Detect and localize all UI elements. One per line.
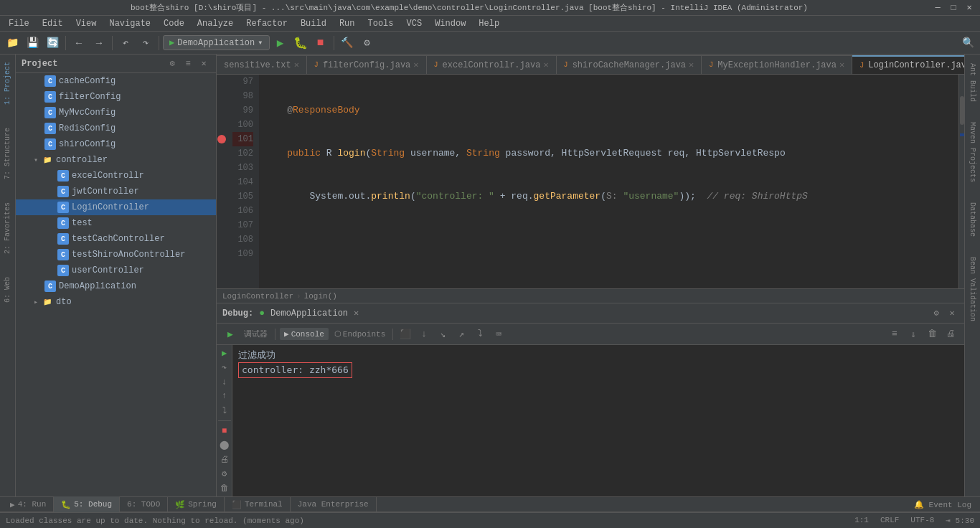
debugger-tab[interactable]: 调试器 (241, 329, 270, 339)
sidebar-item-testshiroanocontroller[interactable]: C testShiroAnoController (16, 247, 216, 263)
menu-file[interactable]: File (3, 17, 35, 30)
expand-icon[interactable]: ≡ (182, 57, 194, 70)
menu-vcs[interactable]: VCS (401, 17, 428, 30)
step-over-button[interactable]: ↓ (416, 326, 432, 342)
menu-view[interactable]: View (70, 17, 103, 30)
bottom-tab-spring[interactable]: 🌿 Spring (168, 496, 225, 512)
menu-edit[interactable]: Edit (37, 17, 69, 30)
close-debug-icon[interactable]: ✕ (946, 307, 958, 320)
editor-scrollbar[interactable] (958, 75, 964, 288)
close-tab-icon[interactable]: ✕ (294, 60, 299, 70)
indent[interactable]: ⇥ 5:30 (946, 516, 974, 525)
bottom-tab-java-enterprise[interactable]: Java Enterprise (291, 496, 377, 512)
ant-build-button[interactable]: Ant Build (967, 57, 978, 108)
bean-validation-button[interactable]: Bean Validation (967, 251, 978, 327)
close-tab-icon[interactable]: ✕ (543, 60, 548, 70)
breakpoint-101[interactable] (217, 132, 227, 146)
sidebar-item-cacheconfig[interactable]: C cacheConfig (16, 73, 216, 89)
run-to-cursor-button[interactable]: ⤵ (472, 326, 488, 342)
undo-button[interactable]: ↶ (116, 34, 135, 52)
menu-navigate[interactable]: Navigate (103, 17, 156, 30)
tab-excelcontrollr[interactable]: J excelControllr.java ✕ (427, 55, 557, 74)
settings-button[interactable]: ⚙ (358, 34, 377, 52)
resume-button[interactable]: ▶ (222, 326, 238, 342)
tab-shirocachemanager[interactable]: J shiroCacheManager.java ✕ (557, 55, 702, 74)
endpoints-tab[interactable]: ⬡ Endpoints (331, 329, 388, 339)
menu-build[interactable]: Build (295, 17, 332, 30)
remove-side-button[interactable]: 🗑 (218, 482, 231, 494)
maximize-button[interactable]: □ (948, 3, 958, 13)
sidebar-item-demoapplication[interactable]: C DemoApplication (16, 278, 216, 294)
scroll-to-end-button[interactable]: ⇓ (905, 326, 921, 342)
run-button[interactable]: ▶ (271, 34, 290, 52)
menu-help[interactable]: Help (473, 17, 505, 30)
sidebar-item-filterconfig[interactable]: C filterConfig (16, 89, 216, 105)
close-sidebar-icon[interactable]: ✕ (197, 57, 210, 70)
resume-side-button[interactable]: ▶ (218, 348, 231, 359)
project-tool-window-button[interactable]: 1: Project (2, 57, 13, 109)
sidebar-item-testcachcontroller[interactable]: C testCachController (16, 231, 216, 247)
sidebar-item-shiroconfig[interactable]: C shiroConfig (16, 136, 216, 152)
menu-refactor[interactable]: Refactor (240, 17, 293, 30)
menu-analyze[interactable]: Analyze (192, 17, 239, 30)
tab-sensitive-txt[interactable]: sensitive.txt ✕ (217, 55, 307, 74)
close-debug-tab-icon[interactable]: ✕ (354, 308, 359, 319)
run-config-selector[interactable]: ▶ DemoApplication ▾ (163, 35, 270, 50)
console-tab[interactable]: ▶ Console (280, 328, 329, 340)
clear-console-button[interactable]: 🗑 (924, 326, 940, 342)
step-out-button[interactable]: ↗ (453, 326, 469, 342)
bottom-tab-run[interactable]: ▶ 4: Run (3, 496, 54, 512)
close-tab-icon[interactable]: ✕ (839, 60, 844, 70)
sidebar-item-dto-folder[interactable]: ▸ 📁 dto (16, 294, 216, 310)
stop-process-button[interactable]: ⬛ (397, 326, 413, 342)
evaluate-button[interactable]: ⌨ (491, 326, 507, 342)
close-tab-icon[interactable]: ✕ (689, 60, 694, 70)
database-button[interactable]: Database (967, 197, 978, 242)
sidebar-item-usercontroller[interactable]: C userController (16, 263, 216, 278)
encoding[interactable]: UTF-8 (910, 516, 934, 525)
stop-button[interactable]: ■ (311, 34, 330, 52)
settings-side-button[interactable]: ⚙ (218, 468, 231, 479)
sidebar-item-redisconfig[interactable]: C RedisConfig (16, 121, 216, 136)
sidebar-item-mymvcconfig[interactable]: C MyMvcConfig (16, 105, 216, 121)
event-log-button[interactable]: 🔔 Event Log (914, 500, 971, 509)
sidebar-item-logincontroller[interactable]: C LoginController (16, 199, 216, 215)
tab-myexceptionhandler[interactable]: J MyExceptionHandler.java ✕ (702, 55, 852, 74)
sync-button[interactable]: 🔄 (43, 34, 62, 52)
print-button[interactable]: 🖨 (943, 326, 958, 342)
menu-tools[interactable]: Tools (362, 17, 400, 30)
run-to-cursor-side-button[interactable]: ⤵ (218, 405, 231, 416)
sidebar-item-controller-folder[interactable]: ▾ 📁 controller (16, 152, 216, 168)
menu-code[interactable]: Code (158, 17, 190, 30)
menu-run[interactable]: Run (334, 17, 361, 30)
redo-button[interactable]: ↷ (136, 34, 155, 52)
sidebar-item-excelcontrollr[interactable]: C excelControllr (16, 168, 216, 184)
gear-icon[interactable]: ⚙ (166, 57, 179, 70)
settings-icon[interactable]: ⚙ (930, 307, 943, 320)
forward-button[interactable]: → (90, 34, 108, 52)
wrap-output-button[interactable]: ≡ (887, 326, 903, 342)
breadcrumb-logincontroller[interactable]: LoginController (222, 292, 293, 301)
step-into-side-button[interactable]: ↓ (218, 377, 231, 388)
bottom-tab-debug[interactable]: 🐛 5: Debug (54, 496, 120, 512)
close-tab-icon[interactable]: ✕ (413, 60, 418, 70)
cursor-position[interactable]: 1:1 (854, 516, 869, 525)
web-tool-window-button[interactable]: 6: Web (2, 273, 13, 307)
save-button[interactable]: 💾 (23, 34, 42, 52)
search-everywhere-button[interactable]: 🔍 (958, 34, 977, 52)
bottom-tab-terminal[interactable]: ⬛ Terminal (225, 496, 291, 512)
bottom-tab-todo[interactable]: 6: TODO (120, 496, 168, 512)
back-button[interactable]: ← (70, 34, 88, 52)
sidebar-item-test[interactable]: C test (16, 215, 216, 231)
minimize-button[interactable]: ─ (933, 3, 943, 13)
menu-window[interactable]: Window (429, 17, 471, 30)
project-icon[interactable]: 📁 (3, 34, 22, 52)
step-into-button[interactable]: ↘ (435, 326, 451, 342)
tab-filterconfig[interactable]: J filterConfig.java ✕ (307, 55, 427, 74)
sidebar-item-jwtcontroller[interactable]: C jwtController (16, 184, 216, 199)
code-content[interactable]: @ResponseBody public R login(String user… (259, 75, 958, 288)
tab-logincontroller[interactable]: J LoginController.java ✕ (852, 55, 964, 74)
stop-side-button[interactable]: ■ (218, 425, 231, 437)
step-over-side-button[interactable]: ↷ (218, 362, 231, 374)
mute-breakpoints-button[interactable]: ⬤ (218, 440, 231, 451)
